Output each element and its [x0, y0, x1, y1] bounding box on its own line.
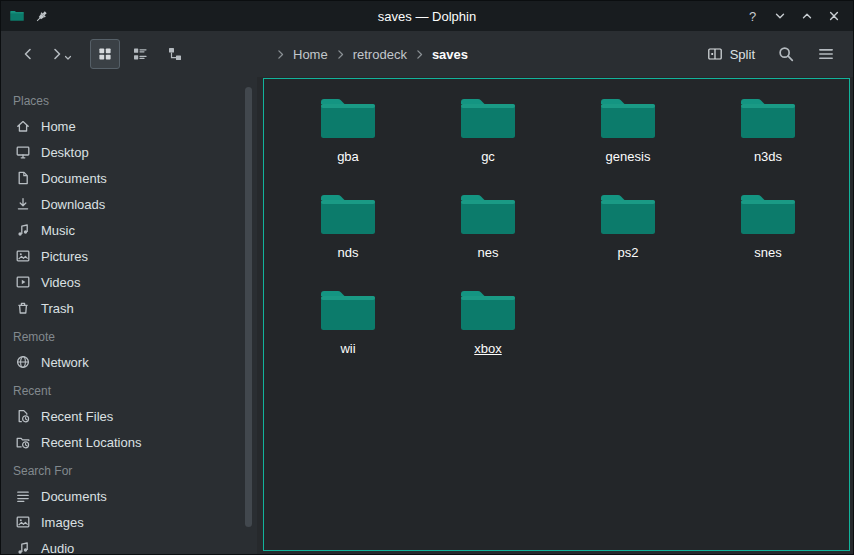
forward-button[interactable] [45, 39, 76, 69]
close-button[interactable] [822, 5, 845, 28]
folder-item[interactable]: gba [278, 89, 418, 185]
breadcrumb-chevron-icon [274, 48, 287, 61]
folder-icon [596, 191, 660, 239]
sidebar-scrollbar-thumb[interactable] [245, 87, 252, 527]
folder-label: n3ds [754, 149, 782, 164]
close-icon [828, 10, 840, 22]
folder-grid: gba gc genesis n3ds nds [264, 79, 849, 377]
sidebar-item-label: Pictures [41, 249, 88, 264]
folder-label: nds [338, 245, 359, 260]
search-documents-icon [15, 488, 31, 504]
sidebar-item-search-documents[interactable]: Documents [1, 483, 257, 509]
folder-label: snes [754, 245, 781, 260]
sidebar-item-label: Audio [41, 541, 74, 555]
folder-label: gc [481, 149, 495, 164]
folder-item[interactable]: snes [698, 185, 838, 281]
network-icon [15, 354, 31, 370]
sidebar-item-trash[interactable]: Trash [1, 295, 257, 321]
download-icon [15, 196, 31, 212]
window-body: Places Home Desktop Documents Downloads … [1, 77, 853, 554]
folder-icon [596, 95, 660, 143]
chevron-left-icon [20, 46, 36, 62]
document-icon [15, 170, 31, 186]
folder-label: wii [340, 341, 355, 356]
music-icon [15, 222, 31, 238]
sidebar-item-music[interactable]: Music [1, 217, 257, 243]
menu-button[interactable] [811, 39, 841, 69]
section-title-search-for: Search For [1, 455, 257, 483]
recent-locations-icon [15, 434, 31, 450]
sidebar-item-recent-locations[interactable]: Recent Locations [1, 429, 257, 455]
sidebar-item-label: Images [41, 515, 84, 530]
folder-icon [316, 191, 380, 239]
search-images-icon [15, 514, 31, 530]
sidebar-item-search-images[interactable]: Images [1, 509, 257, 535]
search-icon [777, 45, 795, 63]
help-icon: ? [749, 9, 756, 24]
folder-icon [456, 287, 520, 335]
video-icon [15, 274, 31, 290]
dolphin-window: saves — Dolphin ? Home re [0, 0, 854, 555]
view-mode-group [90, 39, 190, 69]
trash-icon [15, 300, 31, 316]
sidebar-item-label: Home [41, 119, 76, 134]
tree-view-icon [167, 46, 183, 62]
folder-item[interactable]: n3ds [698, 89, 838, 185]
sidebar-item-label: Trash [41, 301, 74, 316]
chevron-up-icon [801, 10, 813, 22]
section-title-recent: Recent [1, 375, 257, 403]
recent-files-icon [15, 408, 31, 424]
folder-item[interactable]: wii [278, 281, 418, 377]
breadcrumb-item-saves[interactable]: saves [427, 44, 473, 65]
search-button[interactable] [771, 39, 801, 69]
sidebar-item-videos[interactable]: Videos [1, 269, 257, 295]
search-audio-icon [15, 540, 31, 554]
sidebar-item-label: Videos [41, 275, 81, 290]
app-icon [9, 10, 25, 22]
sidebar-item-label: Music [41, 223, 75, 238]
folder-icon [456, 95, 520, 143]
image-icon [15, 248, 31, 264]
sidebar-item-recent-files[interactable]: Recent Files [1, 403, 257, 429]
split-button[interactable]: Split [701, 39, 761, 69]
folder-item[interactable]: gc [418, 89, 558, 185]
breadcrumb: Home retrodeck saves [274, 44, 473, 65]
folder-item[interactable]: nes [418, 185, 558, 281]
places-panel: Places Home Desktop Documents Downloads … [1, 77, 257, 554]
history-caret-icon [64, 54, 72, 62]
sidebar-item-network[interactable]: Network [1, 349, 257, 375]
breadcrumb-item-home[interactable]: Home [288, 44, 333, 65]
folder-item[interactable]: ps2 [558, 185, 698, 281]
sidebar-item-label: Documents [41, 171, 107, 186]
sidebar-item-pictures[interactable]: Pictures [1, 243, 257, 269]
maximize-button[interactable] [795, 5, 818, 28]
sidebar-item-downloads[interactable]: Downloads [1, 191, 257, 217]
folder-item[interactable]: xbox [418, 281, 558, 377]
split-label: Split [730, 47, 755, 62]
folder-item[interactable]: genesis [558, 89, 698, 185]
sidebar-item-search-audio[interactable]: Audio [1, 535, 257, 554]
folder-item[interactable]: nds [278, 185, 418, 281]
pin-icon[interactable] [34, 9, 49, 24]
sidebar-item-label: Documents [41, 489, 107, 504]
minimize-button[interactable] [768, 5, 791, 28]
split-icon [707, 46, 723, 62]
breadcrumb-item-retrodeck[interactable]: retrodeck [348, 44, 412, 65]
sidebar-item-label: Network [41, 355, 89, 370]
back-button[interactable] [13, 39, 43, 69]
sidebar-item-documents[interactable]: Documents [1, 165, 257, 191]
folder-view: gba gc genesis n3ds nds [263, 78, 850, 551]
sidebar-item-home[interactable]: Home [1, 113, 257, 139]
tree-view-button[interactable] [160, 39, 190, 69]
chevron-down-icon [774, 10, 786, 22]
folder-icon [316, 95, 380, 143]
details-view-button[interactable] [125, 39, 155, 69]
hamburger-icon [817, 45, 835, 63]
home-icon [15, 118, 31, 134]
chevron-right-icon [49, 46, 65, 62]
help-button[interactable]: ? [741, 5, 764, 28]
icons-view-button[interactable] [90, 39, 120, 69]
breadcrumb-chevron-icon [413, 48, 426, 61]
sidebar-item-desktop[interactable]: Desktop [1, 139, 257, 165]
titlebar: saves — Dolphin ? [1, 1, 853, 31]
